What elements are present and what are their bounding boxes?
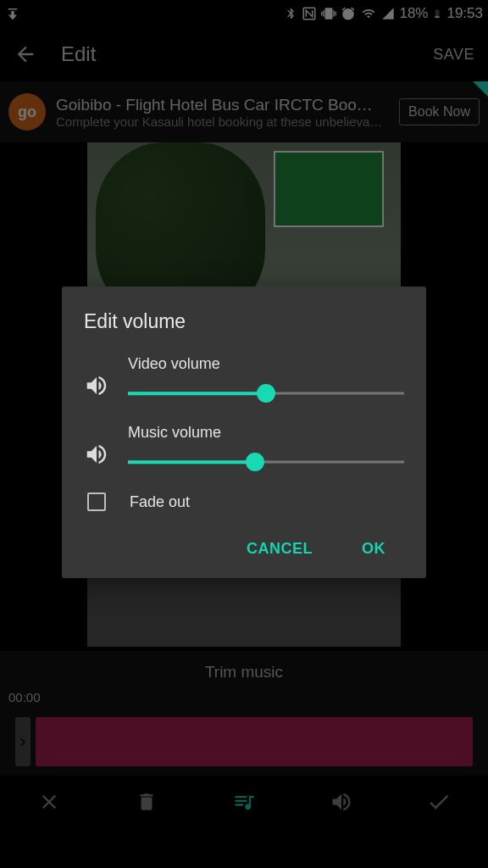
delete-button[interactable] [128,783,165,821]
wifi-icon [360,7,377,20]
music-button[interactable] [225,783,263,821]
battery-icon [432,6,442,21]
trim-time: 00:00 [0,687,488,708]
adchoices-icon[interactable] [473,81,488,97]
ad-title: Goibibo - Flight Hotel Bus Car IRCTC Boo… [56,96,389,114]
video-volume-slider[interactable] [128,385,404,402]
volume-icon [84,373,111,400]
fade-out-checkbox[interactable] [87,492,106,511]
signal-icon [381,7,395,20]
battery-pct: 18% [399,5,428,22]
trim-handle-left[interactable]: › [15,717,30,766]
status-bar: 18% 19:53 [0,0,488,27]
music-volume-slider[interactable] [128,453,404,470]
download-icon [5,6,20,21]
volume-button[interactable] [323,783,360,821]
ok-button[interactable]: OK [358,533,389,565]
vibrate-icon [321,6,336,21]
ad-banner[interactable]: go Goibibo - Flight Hotel Bus Car IRCTC … [0,81,488,142]
music-volume-thumb [246,453,264,471]
trim-bar[interactable]: › [0,708,488,776]
volume-icon [84,442,111,469]
dialog-title: Edit volume [84,310,404,333]
trim-track[interactable] [36,717,473,766]
page-title: Edit [61,42,433,66]
confirm-button[interactable] [420,783,458,821]
video-volume-thumb [257,384,275,403]
video-volume-fill [128,392,266,395]
nfc-icon [302,6,317,21]
bluetooth-icon [285,6,297,21]
alarm-icon [341,6,356,21]
edit-volume-dialog: Edit volume Video volume Music volume [62,287,426,578]
video-volume-label: Video volume [128,355,404,373]
save-button[interactable]: SAVE [433,46,474,64]
cancel-button[interactable]: CANCEL [243,533,316,565]
trim-music-label: Trim music [0,651,488,687]
ad-logo: go [8,93,46,131]
close-button[interactable] [30,783,68,821]
ad-cta-button[interactable]: Book Now [399,98,480,125]
fade-out-label: Fade out [130,493,190,511]
music-volume-label: Music volume [128,424,404,442]
bottom-toolbar [0,776,488,835]
clock: 19:53 [446,5,483,22]
back-icon[interactable] [14,42,37,66]
app-header: Edit SAVE [0,27,488,81]
music-volume-fill [128,460,255,464]
ad-subtitle: Complete your Kasauli hotel booking at t… [56,114,389,129]
